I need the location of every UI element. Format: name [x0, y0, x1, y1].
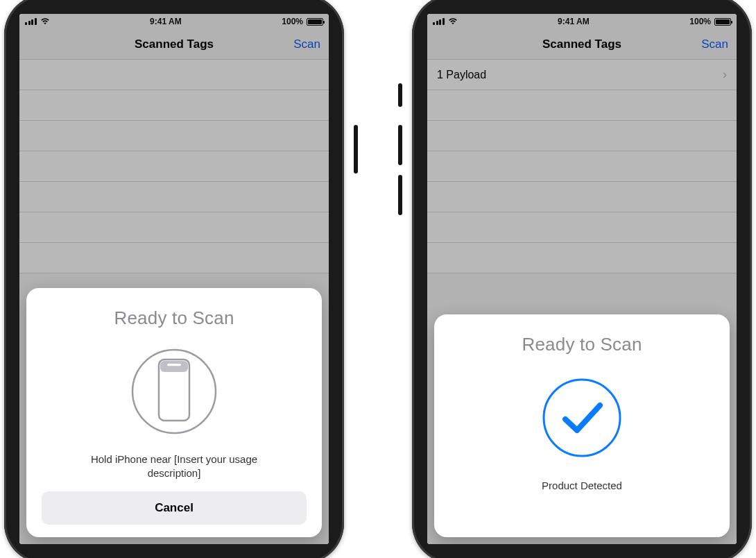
power-button: [354, 125, 358, 174]
sheet-message: Product Detected: [542, 479, 622, 493]
chevron-right-icon: ›: [723, 67, 727, 82]
list-row-empty: .: [19, 90, 329, 121]
status-time: 9:41 AM: [150, 17, 182, 26]
battery-percent: 100%: [689, 17, 711, 26]
tags-list: . . . . . . .: [19, 60, 329, 273]
list-row-empty: .: [427, 121, 737, 151]
nfc-scan-sheet: Ready to Scan Hold iPhone near [Insert y…: [26, 288, 322, 538]
tags-list: 1 Payload › . . . . . .: [427, 60, 737, 273]
list-row-payload[interactable]: 1 Payload ›: [427, 60, 737, 90]
status-left-cluster: [433, 18, 458, 25]
phone-frame: 9:41 AM 100% Scanned Tags Scan 1 Payload…: [412, 0, 752, 558]
nav-bar: Scanned Tags Scan: [19, 29, 329, 60]
battery-icon: [714, 18, 731, 26]
svg-rect-3: [167, 364, 181, 366]
page-title: Scanned Tags: [542, 37, 621, 51]
cancel-button[interactable]: Cancel: [42, 491, 307, 525]
mute-switch: [398, 83, 402, 107]
list-row-empty: .: [19, 182, 329, 212]
screen: 9:41 AM 100% Scanned Tags Scan . . .: [19, 14, 329, 544]
list-row-empty: .: [19, 243, 329, 273]
sheet-title: Ready to Scan: [114, 307, 234, 329]
wifi-icon: [40, 18, 50, 25]
nfc-scan-sheet: Ready to Scan Product Detected: [434, 314, 730, 537]
battery-percent: 100%: [282, 17, 303, 26]
stage: 9:41 AM 100% Scanned Tags Scan . . .: [0, 0, 756, 558]
scan-button[interactable]: Scan: [293, 37, 320, 51]
volume-up-button: [398, 125, 402, 165]
list-row-empty: .: [427, 212, 737, 243]
list-row-empty: .: [427, 243, 737, 273]
device-left: 9:41 AM 100% Scanned Tags Scan . . .: [0, 0, 354, 558]
nav-bar: Scanned Tags Scan: [427, 29, 737, 60]
list-row-empty: .: [19, 121, 329, 151]
status-bar: 9:41 AM 100%: [19, 14, 329, 29]
list-row-label: 1 Payload: [437, 69, 486, 81]
scan-button[interactable]: Scan: [701, 37, 728, 51]
list-row-empty: .: [19, 212, 329, 243]
volume-down-button: [398, 175, 402, 215]
svg-point-4: [544, 380, 620, 456]
list-row-empty: .: [427, 182, 737, 212]
status-bar: 9:41 AM 100%: [427, 14, 737, 29]
screen: 9:41 AM 100% Scanned Tags Scan 1 Payload…: [427, 14, 737, 544]
wifi-icon: [448, 18, 458, 25]
status-right-cluster: 100%: [689, 17, 731, 26]
status-left-cluster: [25, 18, 50, 25]
sheet-title: Ready to Scan: [522, 334, 642, 355]
status-time: 9:41 AM: [558, 17, 590, 26]
phone-frame: 9:41 AM 100% Scanned Tags Scan . . .: [4, 0, 344, 558]
battery-icon: [307, 18, 323, 26]
cellular-signal-icon: [433, 18, 445, 25]
cellular-signal-icon: [25, 18, 37, 25]
svg-rect-2: [160, 361, 188, 372]
list-row-empty: .: [19, 60, 329, 90]
list-row-empty: .: [427, 151, 737, 182]
status-right-cluster: 100%: [282, 17, 323, 26]
sheet-message: Hold iPhone near [Insert your usage desc…: [63, 453, 285, 481]
list-row-empty: .: [427, 90, 737, 121]
device-right: 9:41 AM 100% Scanned Tags Scan 1 Payload…: [402, 0, 756, 558]
check-circle-icon: [533, 369, 630, 466]
page-title: Scanned Tags: [135, 37, 214, 51]
nfc-phone-icon: [126, 343, 223, 440]
list-row-empty: .: [19, 151, 329, 182]
